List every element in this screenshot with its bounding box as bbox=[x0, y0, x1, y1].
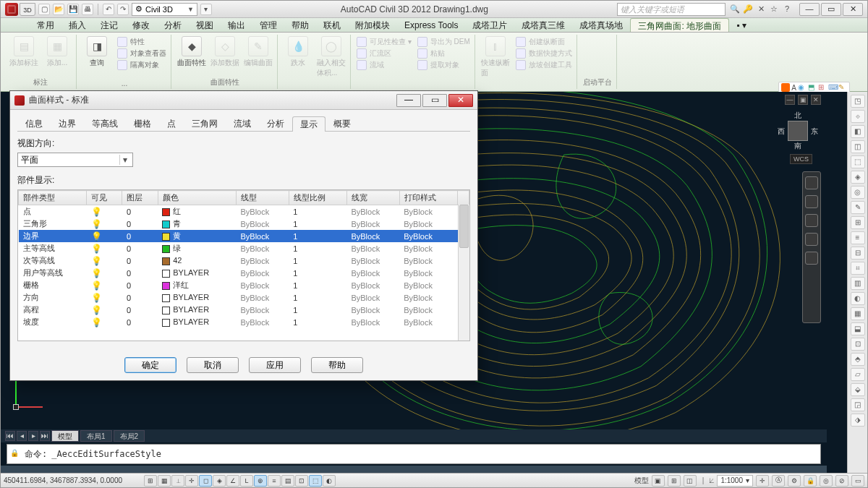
grid-cell[interactable]: ByBlock bbox=[236, 230, 289, 242]
grid-cell[interactable]: 黄 bbox=[158, 230, 236, 242]
sb-lwt-icon[interactable]: ≡ bbox=[268, 475, 281, 487]
layout-tab-model[interactable]: 模型 bbox=[51, 430, 79, 442]
grid-row[interactable]: 次等高线💡042ByBlock1ByBlockByBlock bbox=[19, 254, 469, 267]
viewdir-dropdown[interactable]: 平面 ▾ bbox=[17, 153, 133, 167]
qat-new-icon[interactable]: ▢ bbox=[38, 4, 50, 15]
rt-icon-13[interactable]: ▥ bbox=[851, 277, 865, 290]
grid-cell[interactable]: ByBlock bbox=[236, 267, 289, 279]
qat-undo-icon[interactable]: ↶ bbox=[103, 4, 114, 15]
dialog-tab[interactable]: 显示 bbox=[292, 116, 326, 132]
ribbon-small-item[interactable]: 对象查看器 bbox=[117, 48, 166, 59]
command-line[interactable]: 🔒 命令: _AeccEditSurfaceStyle bbox=[7, 444, 821, 464]
nav-showmotion-icon[interactable] bbox=[805, 252, 818, 265]
grid-row[interactable]: 边界💡0黄ByBlock1ByBlockByBlock bbox=[19, 230, 469, 242]
lightbulb-icon[interactable]: 💡 bbox=[91, 317, 102, 328]
lightbulb-icon[interactable]: 💡 bbox=[91, 231, 102, 241]
grid-cell[interactable]: 💡 bbox=[87, 230, 122, 242]
grid-cell[interactable]: 红 bbox=[158, 205, 236, 218]
rt-icon-17[interactable]: ⊡ bbox=[851, 338, 865, 351]
color-swatch[interactable] bbox=[162, 270, 170, 278]
viewcube-east[interactable]: 东 bbox=[811, 127, 818, 137]
grid-cell[interactable]: 0 bbox=[122, 254, 158, 267]
grid-cell[interactable]: ByBlock bbox=[236, 291, 289, 304]
grid-cell[interactable]: 1 bbox=[289, 218, 346, 230]
grid-cell[interactable]: 青 bbox=[158, 218, 236, 230]
dialog-tab[interactable]: 边界 bbox=[51, 116, 84, 131]
sb-ortho-icon[interactable]: ⟂ bbox=[171, 475, 184, 487]
dialog-tab[interactable]: 三角网 bbox=[184, 116, 226, 131]
grid-cell[interactable]: 绿 bbox=[158, 242, 236, 254]
grid-cell[interactable]: 1 bbox=[289, 267, 346, 279]
grid-cell[interactable]: 0 bbox=[122, 316, 158, 328]
ribbon-tab[interactable]: 修改 bbox=[125, 18, 157, 32]
viewcube-west[interactable]: 西 bbox=[778, 127, 785, 137]
grid-cell[interactable]: ByBlock bbox=[346, 279, 399, 291]
rt-icon-6[interactable]: ◈ bbox=[851, 171, 865, 184]
grid-cell[interactable]: ByBlock bbox=[399, 218, 457, 230]
qat-redo-icon[interactable]: ↷ bbox=[117, 4, 129, 15]
grid-cell[interactable]: ByBlock bbox=[236, 279, 289, 291]
grid-cell[interactable]: BYLAYER bbox=[158, 291, 236, 304]
rt-icon-5[interactable]: ⬚ bbox=[851, 155, 865, 168]
grid-column-header[interactable]: 线型比例 bbox=[289, 191, 346, 205]
nav-zoom-icon[interactable] bbox=[805, 214, 818, 227]
grid-cell[interactable]: ByBlock bbox=[346, 218, 399, 230]
ribbon-tab[interactable]: 成塔真三维 bbox=[514, 18, 572, 32]
grid-cell[interactable]: 💡 bbox=[87, 316, 122, 328]
grid-cell[interactable]: 💡 bbox=[87, 267, 122, 279]
grid-cell[interactable]: 0 bbox=[122, 242, 158, 254]
ribbon-tab[interactable]: 附加模块 bbox=[348, 18, 397, 32]
grid-cell[interactable]: BYLAYER bbox=[158, 267, 236, 279]
lightbulb-icon[interactable]: 💡 bbox=[91, 305, 102, 315]
grid-cell[interactable]: ByBlock bbox=[399, 205, 457, 218]
grid-column-header[interactable]: 线型 bbox=[236, 191, 289, 205]
sb-sc-icon[interactable]: ⬚ bbox=[309, 475, 322, 487]
grid-cell[interactable]: ByBlock bbox=[399, 267, 457, 279]
dialog-tab[interactable]: 分析 bbox=[259, 116, 292, 131]
sb-ws-icon[interactable]: ⚙ bbox=[788, 475, 801, 487]
grid-cell[interactable]: ByBlock bbox=[346, 230, 399, 242]
grid-cell[interactable]: 💡 bbox=[87, 291, 122, 304]
nav-pan-icon[interactable] bbox=[805, 195, 818, 208]
sb-3dosnap-icon[interactable]: ◈ bbox=[213, 475, 226, 487]
rt-icon-8[interactable]: ✎ bbox=[851, 201, 865, 214]
grid-column-header[interactable]: 图层 bbox=[122, 191, 158, 205]
sb-maxvp-icon[interactable]: ⊞ bbox=[668, 475, 681, 487]
qat-print-icon[interactable]: 🖶 bbox=[82, 4, 93, 15]
grid-cell[interactable]: ByBlock bbox=[236, 254, 289, 267]
grid-cell[interactable]: 1 bbox=[289, 205, 346, 218]
sb-am-icon[interactable]: ◐ bbox=[323, 475, 336, 487]
grid-cell[interactable]: 💡 bbox=[87, 205, 122, 218]
key-icon[interactable]: 🔑 bbox=[743, 4, 753, 14]
search-input[interactable]: 键入关键字或短语 bbox=[617, 3, 726, 16]
dialog-tab[interactable]: 信息 bbox=[17, 116, 51, 131]
ribbon-tab[interactable]: 成塔真场地 bbox=[572, 18, 630, 32]
dialog-tab[interactable]: 点 bbox=[159, 116, 184, 131]
grid-cell[interactable]: ByBlock bbox=[399, 242, 457, 254]
grid-column-header[interactable]: 打印样式 bbox=[399, 191, 457, 205]
grid-cell[interactable]: 💡 bbox=[87, 254, 122, 267]
sb-osnap-icon[interactable]: ◻ bbox=[199, 475, 212, 487]
status-model-label[interactable]: 模型 bbox=[634, 476, 649, 486]
rt-icon-12[interactable]: ⌗ bbox=[851, 262, 865, 275]
viewcube-south[interactable]: 南 bbox=[778, 141, 818, 151]
grid-row[interactable]: 点💡0红ByBlock1ByBlockByBlock bbox=[19, 205, 469, 218]
layout-tab-2[interactable]: 布局2 bbox=[114, 430, 145, 442]
grid-scrollbar[interactable] bbox=[458, 205, 469, 341]
grid-cell[interactable]: ByBlock bbox=[346, 304, 399, 316]
dialog-title-bar[interactable]: 曲面样式 - 标准 — ▭ ✕ bbox=[10, 91, 477, 110]
grid-cell[interactable]: ByBlock bbox=[236, 304, 289, 316]
vp-restore-icon[interactable]: ▣ bbox=[798, 95, 808, 105]
lightbulb-icon[interactable]: 💡 bbox=[91, 219, 102, 229]
grid-cell[interactable]: ByBlock bbox=[399, 291, 457, 304]
grid-column-header[interactable]: 线宽 bbox=[346, 191, 399, 205]
ribbon-tab-active[interactable]: 三角网曲面: 地形曲面 bbox=[630, 18, 729, 32]
sb-ducs-icon[interactable]: L bbox=[240, 475, 253, 487]
grid-row[interactable]: 主等高线💡0绿ByBlock1ByBlockByBlock bbox=[19, 242, 469, 254]
sb-snap-icon[interactable]: ⊞ bbox=[144, 475, 157, 487]
dialog-tab[interactable]: 流域 bbox=[226, 116, 259, 131]
grid-cell[interactable]: ByBlock bbox=[399, 279, 457, 291]
grid-cell[interactable]: ByBlock bbox=[346, 291, 399, 304]
grid-row[interactable]: 坡度💡0BYLAYERByBlock1ByBlockByBlock bbox=[19, 316, 469, 328]
grid-cell[interactable]: ByBlock bbox=[346, 254, 399, 267]
